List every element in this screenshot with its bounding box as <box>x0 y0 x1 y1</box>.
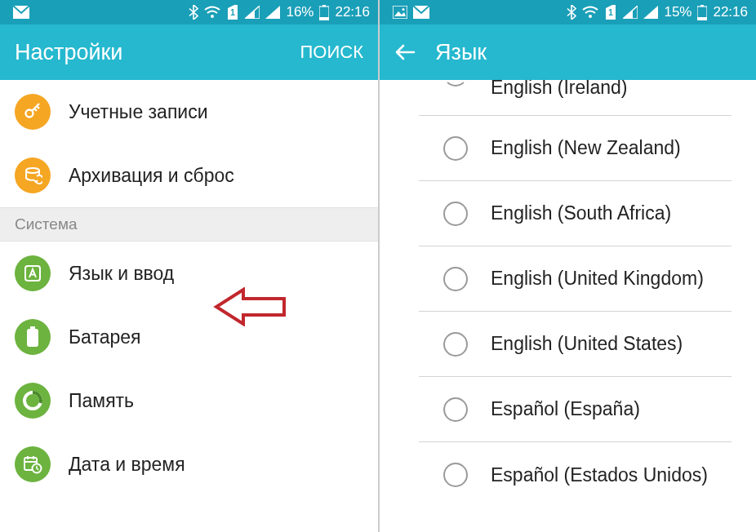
settings-item-label: Язык и ввод <box>69 263 174 285</box>
radio-unchecked[interactable] <box>443 397 468 422</box>
settings-item-label: Учетные записи <box>69 101 208 123</box>
language-label: English (United Kingdom) <box>491 268 704 290</box>
svg-text:1: 1 <box>609 8 614 17</box>
radio-unchecked[interactable] <box>443 463 468 487</box>
language-label: English (Ireland) <box>491 80 627 99</box>
accounts-row[interactable]: Учетные записи <box>0 80 378 144</box>
svg-rect-24 <box>697 17 707 20</box>
svg-point-18 <box>402 8 405 11</box>
language-label: English (United States) <box>491 333 683 355</box>
language-option[interactable]: Español (Estados Unidos) <box>419 442 732 508</box>
svg-text:1: 1 <box>231 8 236 17</box>
language-label: English (New Zealand) <box>491 137 681 159</box>
battery-percent: 16% <box>286 4 314 20</box>
signal2-icon <box>265 6 280 19</box>
memory-row[interactable]: Память <box>0 369 378 432</box>
settings-header: Настройки ПОИСК <box>0 24 378 80</box>
radio-unchecked[interactable] <box>443 267 468 291</box>
backup-icon <box>15 157 51 193</box>
bluetooth-icon <box>189 5 198 20</box>
language-option[interactable]: English (United States) <box>419 312 732 377</box>
language-option[interactable]: English (Ireland) <box>419 80 732 116</box>
battery-icon <box>697 5 707 20</box>
sim1-icon: 1 <box>604 5 617 20</box>
battery-row[interactable]: Батарея <box>0 305 378 369</box>
language-header: Язык <box>380 24 756 80</box>
clock: 22:16 <box>335 4 370 20</box>
language-option[interactable]: English (New Zealand) <box>419 116 732 181</box>
gmail-icon <box>13 6 29 19</box>
svg-rect-10 <box>27 329 38 347</box>
radio-unchecked[interactable] <box>443 136 468 161</box>
settings-item-label: Дата и время <box>69 454 185 476</box>
language-label: English (South Africa) <box>491 202 671 224</box>
radio-unchecked[interactable] <box>443 202 468 226</box>
language-option[interactable]: English (South Africa) <box>419 181 732 246</box>
calendar-clock-icon <box>15 446 51 482</box>
status-bar: 1 16% 22:16 <box>0 0 378 24</box>
language-label: Español (Estados Unidos) <box>491 464 708 486</box>
settings-item-label: Память <box>69 390 134 412</box>
settings-item-label: Архивация и сброс <box>69 165 234 187</box>
battery-percent: 15% <box>664 4 692 20</box>
clock: 22:16 <box>713 4 748 20</box>
right-screen: 1 15% 22:16 Язык English (Ireland) Engli… <box>378 0 756 532</box>
signal2-icon <box>643 6 658 19</box>
svg-point-7 <box>26 168 39 173</box>
battery-icon <box>319 5 329 20</box>
page-title: Язык <box>435 40 741 65</box>
svg-rect-5 <box>319 17 329 20</box>
radio-unchecked[interactable] <box>443 80 468 86</box>
signal-icon <box>245 6 260 19</box>
language-icon <box>15 255 51 291</box>
language-input-row[interactable]: Язык и ввод <box>0 242 378 305</box>
section-system: Система <box>0 207 378 242</box>
sim1-icon: 1 <box>226 5 239 20</box>
settings-item-label: Батарея <box>69 326 141 348</box>
memory-icon <box>15 383 51 419</box>
settings-list: Учетные записи Архивация и сброс Система… <box>0 80 378 532</box>
battery-settings-icon <box>15 319 51 355</box>
svg-rect-9 <box>30 326 35 329</box>
search-action[interactable]: ПОИСК <box>300 42 363 63</box>
language-option[interactable]: Español (España) <box>419 377 732 442</box>
left-screen: 1 16% 22:16 Настройки ПОИСК Учетные запи… <box>0 0 378 532</box>
language-option[interactable]: English (United Kingdom) <box>419 246 732 312</box>
page-title: Настройки <box>15 40 300 65</box>
backup-reset-row[interactable]: Архивация и сброс <box>0 144 378 207</box>
key-icon <box>15 94 51 130</box>
svg-point-1 <box>211 15 214 18</box>
bluetooth-icon <box>567 5 576 20</box>
gmail-icon <box>413 6 429 19</box>
wifi-icon <box>204 6 220 19</box>
date-time-row[interactable]: Дата и время <box>0 432 378 496</box>
language-label: Español (España) <box>491 398 640 420</box>
radio-unchecked[interactable] <box>443 332 468 357</box>
svg-point-20 <box>589 15 592 18</box>
wifi-icon <box>582 6 598 19</box>
language-list[interactable]: English (Ireland) English (New Zealand) … <box>380 80 756 532</box>
svg-rect-17 <box>393 6 407 19</box>
image-icon <box>393 6 407 19</box>
signal-icon <box>623 6 638 19</box>
back-button[interactable] <box>394 42 416 63</box>
status-bar: 1 15% 22:16 <box>380 0 756 24</box>
